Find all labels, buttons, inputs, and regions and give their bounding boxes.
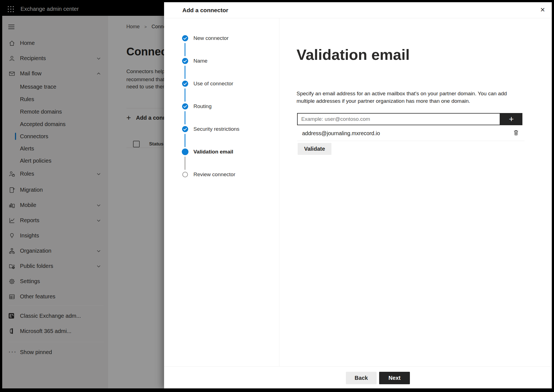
validation-email-heading: Validation email: [297, 45, 410, 64]
step-name[interactable]: Name: [164, 55, 279, 66]
step-complete-icon: [182, 81, 188, 87]
stepper-divider: [279, 18, 279, 366]
email-address-row: address@journaling.mxrecord.io: [297, 128, 525, 138]
step-label: Routing: [193, 101, 212, 112]
step-new-connector[interactable]: New connector: [164, 33, 279, 44]
step-connector-line: [185, 43, 185, 56]
step-label: New connector: [193, 33, 229, 44]
step-connector-line: [185, 157, 185, 170]
trash-icon: [512, 129, 520, 136]
step-upcoming-icon: [182, 172, 188, 177]
step-connector-line: [185, 66, 185, 79]
step-connector-line: [185, 134, 185, 147]
step-current-icon: [182, 148, 188, 155]
step-complete-icon: [182, 126, 188, 132]
step-complete-icon: [182, 35, 188, 41]
panel-header: Add a connector ✕: [164, 2, 552, 18]
add-email-button[interactable]: +: [500, 113, 522, 125]
step-routing[interactable]: Routing: [164, 101, 279, 112]
step-label: Use of connector: [193, 78, 233, 89]
validation-email-description: Specify an email address for an active m…: [297, 90, 521, 105]
exchange-admin-center-app: Exchange admin center Home Recipients Ma…: [2, 2, 552, 388]
step-label: Validation email: [193, 146, 233, 157]
step-connector-line: [185, 88, 185, 102]
wizard-stepper: New connector Name Use of connector Rout…: [164, 18, 279, 366]
step-security-restrictions[interactable]: Security restrictions: [164, 124, 279, 135]
step-review-connector[interactable]: Review connector: [164, 169, 279, 180]
back-button[interactable]: Back: [346, 372, 377, 384]
step-label: Security restrictions: [193, 124, 239, 135]
footer-divider: [164, 366, 552, 367]
step-label: Review connector: [193, 169, 235, 180]
plus-icon: +: [509, 114, 514, 124]
step-validation-email[interactable]: Validation email: [164, 146, 279, 157]
step-complete-icon: [182, 58, 188, 64]
validate-button[interactable]: Validate: [298, 143, 331, 155]
step-complete-icon: [182, 103, 188, 109]
close-icon[interactable]: ✕: [538, 6, 547, 14]
add-connector-panel: Add a connector ✕ New connector Name Use: [164, 2, 552, 388]
delete-address-button[interactable]: [512, 129, 520, 137]
step-label: Name: [193, 55, 208, 66]
step-use-of-connector[interactable]: Use of connector: [164, 78, 279, 89]
panel-title: Add a connector: [182, 2, 228, 18]
validation-email-input[interactable]: [297, 113, 500, 125]
email-address-value: address@journaling.mxrecord.io: [302, 128, 380, 138]
step-connector-line: [185, 111, 185, 124]
next-button[interactable]: Next: [379, 372, 410, 384]
address-list-divider: [297, 141, 525, 141]
